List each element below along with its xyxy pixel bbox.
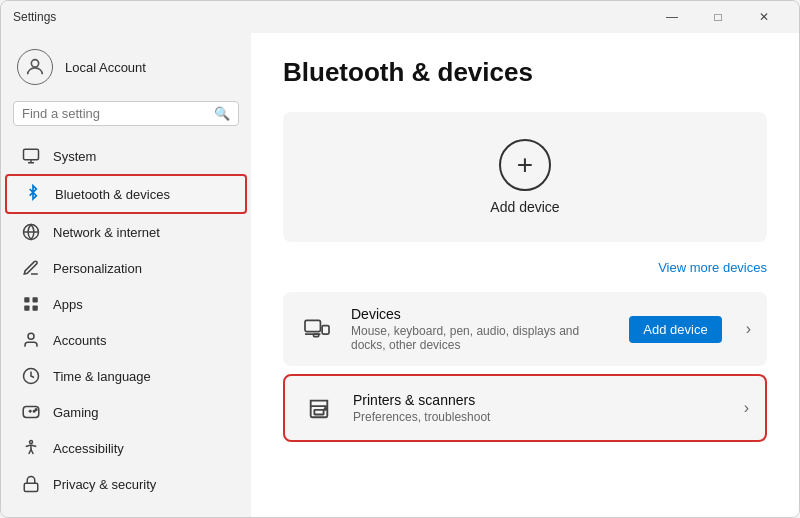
devices-chevron: ›	[746, 320, 751, 338]
sidebar-item-privacy[interactable]: Privacy & security	[5, 466, 247, 502]
printers-row-text: Printers & scanners Preferences, trouble…	[353, 392, 728, 424]
add-device-label: Add device	[490, 199, 559, 215]
apps-icon	[21, 294, 41, 314]
sidebar-label-personalization: Personalization	[53, 261, 142, 276]
devices-row-action: Add device	[629, 316, 721, 343]
titlebar: Settings — □ ✕	[1, 1, 799, 33]
system-icon	[21, 146, 41, 166]
plus-icon: +	[517, 149, 533, 181]
svg-point-0	[31, 60, 38, 67]
page-title: Bluetooth & devices	[283, 57, 767, 88]
svg-rect-19	[24, 483, 38, 491]
sidebar-item-system[interactable]: System	[5, 138, 247, 174]
close-button[interactable]: ✕	[741, 1, 787, 33]
view-more-link: View more devices	[283, 258, 767, 276]
network-icon	[21, 222, 41, 242]
sidebar-label-apps: Apps	[53, 297, 83, 312]
view-more-anchor[interactable]: View more devices	[658, 260, 767, 275]
user-name: Local Account	[65, 60, 146, 75]
devices-row-title: Devices	[351, 306, 613, 322]
sidebar-label-accounts: Accounts	[53, 333, 106, 348]
sidebar-item-apps[interactable]: Apps	[5, 286, 247, 322]
gaming-icon	[21, 402, 41, 422]
sidebar-label-accessibility: Accessibility	[53, 441, 124, 456]
time-icon	[21, 366, 41, 386]
devices-icon	[299, 311, 335, 347]
user-section: Local Account	[1, 41, 251, 97]
add-device-circle: +	[499, 139, 551, 191]
search-input[interactable]	[22, 106, 208, 121]
personalization-icon	[21, 258, 41, 278]
svg-rect-20	[305, 320, 320, 331]
sidebar-label-time: Time & language	[53, 369, 151, 384]
sidebar-label-network: Network & internet	[53, 225, 160, 240]
svg-rect-25	[314, 410, 323, 415]
sidebar-label-system: System	[53, 149, 96, 164]
minimize-button[interactable]: —	[649, 1, 695, 33]
window-title: Settings	[13, 10, 56, 24]
devices-add-button[interactable]: Add device	[629, 316, 721, 343]
sidebar-label-privacy: Privacy & security	[53, 477, 156, 492]
svg-point-17	[30, 441, 33, 444]
sidebar-label-gaming: Gaming	[53, 405, 99, 420]
printers-chevron: ›	[744, 399, 749, 417]
settings-window: Settings — □ ✕ Local Account	[0, 0, 800, 518]
svg-rect-1	[24, 149, 39, 160]
sidebar-item-time[interactable]: Time & language	[5, 358, 247, 394]
sidebar: Local Account 🔍 System Bl	[1, 33, 251, 517]
svg-point-15	[33, 410, 35, 412]
printers-icon	[301, 390, 337, 426]
privacy-icon	[21, 474, 41, 494]
accessibility-icon	[21, 438, 41, 458]
printers-row[interactable]: Printers & scanners Preferences, trouble…	[283, 374, 767, 442]
printers-row-subtitle: Preferences, troubleshoot	[353, 410, 728, 424]
search-icon[interactable]: 🔍	[214, 106, 230, 121]
svg-rect-9	[33, 306, 38, 311]
accounts-icon	[21, 330, 41, 350]
sidebar-item-accessibility[interactable]: Accessibility	[5, 430, 247, 466]
devices-row-subtitle: Mouse, keyboard, pen, audio, displays an…	[351, 324, 613, 352]
svg-point-10	[28, 333, 34, 339]
svg-rect-6	[24, 297, 29, 302]
svg-rect-23	[314, 334, 319, 337]
window-controls: — □ ✕	[649, 1, 787, 33]
right-panel: Bluetooth & devices + Add device View mo…	[251, 33, 799, 517]
maximize-button[interactable]: □	[695, 1, 741, 33]
main-content: Local Account 🔍 System Bl	[1, 33, 799, 517]
sidebar-item-bluetooth[interactable]: Bluetooth & devices	[5, 174, 247, 214]
add-device-card[interactable]: + Add device	[283, 112, 767, 242]
avatar	[17, 49, 53, 85]
printers-row-title: Printers & scanners	[353, 392, 728, 408]
bluetooth-icon	[23, 184, 43, 204]
sidebar-item-personalization[interactable]: Personalization	[5, 250, 247, 286]
sidebar-item-network[interactable]: Network & internet	[5, 214, 247, 250]
svg-point-16	[35, 409, 37, 411]
sidebar-label-bluetooth: Bluetooth & devices	[55, 187, 170, 202]
svg-rect-21	[322, 326, 329, 335]
devices-row-text: Devices Mouse, keyboard, pen, audio, dis…	[351, 306, 613, 352]
svg-rect-7	[33, 297, 38, 302]
svg-point-26	[325, 408, 327, 410]
svg-rect-8	[24, 306, 29, 311]
sidebar-item-gaming[interactable]: Gaming	[5, 394, 247, 430]
devices-row[interactable]: Devices Mouse, keyboard, pen, audio, dis…	[283, 292, 767, 366]
sidebar-item-accounts[interactable]: Accounts	[5, 322, 247, 358]
search-box[interactable]: 🔍	[13, 101, 239, 126]
